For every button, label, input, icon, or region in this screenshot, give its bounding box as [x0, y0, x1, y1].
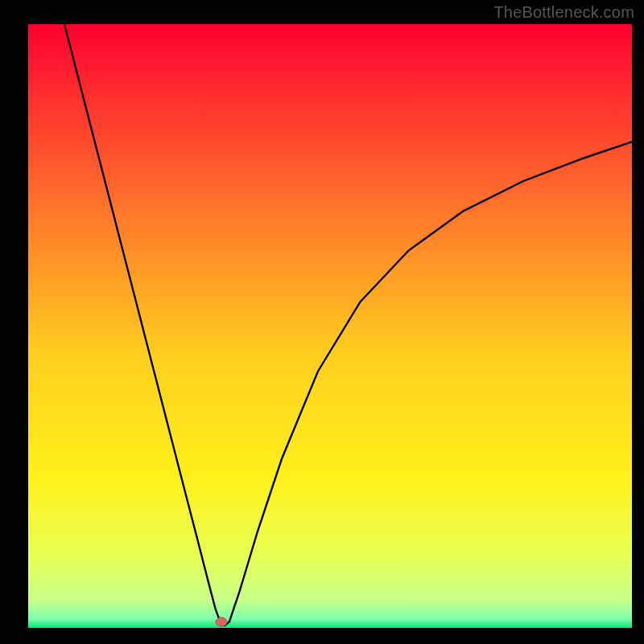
bottleneck-chart [0, 0, 644, 644]
plot-background [28, 24, 632, 628]
minimum-marker [216, 617, 227, 626]
chart-frame: TheBottleneck.com [0, 0, 644, 644]
